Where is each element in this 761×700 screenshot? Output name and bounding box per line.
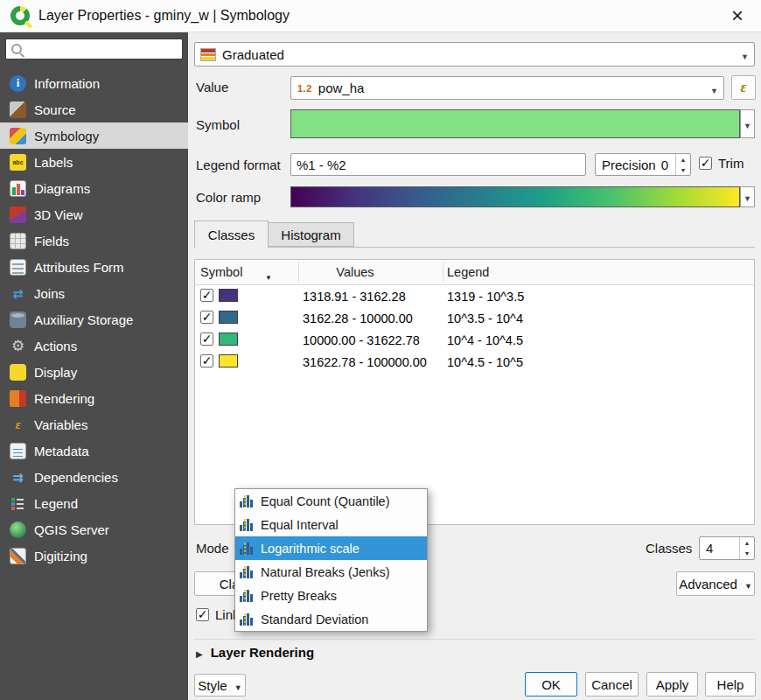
- legend-format-input[interactable]: [290, 153, 586, 176]
- spin-down-icon[interactable]: [676, 164, 690, 175]
- class-color-swatch[interactable]: [219, 354, 238, 368]
- mode-option-natural-breaks-jenks[interactable]: Natural Breaks (Jenks): [235, 560, 427, 584]
- sidebar-item-diagrams[interactable]: Diagrams: [0, 175, 188, 201]
- sidebar-item-label: Fields: [34, 234, 69, 248]
- sidebar-item-3d-view[interactable]: 3D View: [0, 201, 188, 228]
- class-color-swatch[interactable]: [219, 332, 238, 346]
- class-visibility-checkbox[interactable]: [200, 311, 213, 324]
- mode-option-pretty-breaks[interactable]: Pretty Breaks: [235, 584, 427, 607]
- sidebar-item-label: Legend: [34, 496, 78, 511]
- sidebar-item-label: QGIS Server: [34, 522, 109, 537]
- color-ramp-preview[interactable]: [290, 186, 740, 207]
- section-divider: [194, 639, 755, 640]
- class-color-swatch[interactable]: [219, 289, 238, 302]
- spinner-arrows[interactable]: [739, 537, 754, 559]
- information-icon: [10, 75, 26, 92]
- trim-option[interactable]: Trim: [699, 156, 744, 171]
- diagrams-icon: [10, 180, 26, 197]
- sidebar-item-symbology[interactable]: Symbology: [0, 122, 188, 149]
- tab-classes[interactable]: Classes: [194, 220, 269, 248]
- precision-prefix: Precision: [602, 158, 656, 172]
- symbol-dropdown-button[interactable]: [740, 109, 755, 138]
- mode-option-label: Logarithmic scale: [261, 542, 360, 556]
- style-button[interactable]: Style: [194, 674, 246, 696]
- expression-builder-button[interactable]: ε: [731, 75, 756, 100]
- metadata-icon: [10, 443, 26, 459]
- sidebar-item-fields[interactable]: Fields: [0, 228, 188, 254]
- renderer-combobox[interactable]: Graduated: [194, 42, 755, 66]
- sidebar-search-input[interactable]: [5, 38, 183, 60]
- tab-histogram[interactable]: Histogram: [269, 222, 354, 247]
- class-color-swatch[interactable]: [219, 311, 238, 324]
- mode-option-standard-deviation[interactable]: Standard Deviation: [235, 607, 427, 631]
- precision-spinbox[interactable]: Precision 0: [595, 153, 691, 176]
- histogram-icon: [240, 566, 255, 578]
- table-row[interactable]: 10000.00 - 31622.7810^4 - 10^4.5: [195, 329, 754, 351]
- spin-down-icon[interactable]: [740, 549, 754, 560]
- sidebar-item-attributes-form[interactable]: Attributes Form: [0, 254, 188, 280]
- classes-spinbox[interactable]: 4: [699, 536, 755, 560]
- spin-up-icon[interactable]: [740, 537, 754, 549]
- sidebar-item-legend[interactable]: Legend: [0, 490, 188, 516]
- table-header[interactable]: Symbol Values Legend: [195, 260, 754, 285]
- close-button[interactable]: ×: [724, 3, 751, 29]
- mode-option-equal-count-quantile[interactable]: Equal Count (Quantile): [235, 489, 427, 513]
- sidebar-item-labels[interactable]: Labels: [0, 149, 188, 175]
- mode-option-label: Equal Count (Quantile): [261, 494, 390, 508]
- dependencies-icon: [10, 469, 26, 486]
- header-legend[interactable]: Legend: [447, 260, 489, 284]
- sidebar-item-dependencies[interactable]: Dependencies: [0, 464, 188, 490]
- spin-up-icon[interactable]: [676, 154, 690, 164]
- ok-button[interactable]: OK: [525, 672, 577, 696]
- sort-indicator-icon: [265, 269, 272, 283]
- apply-button[interactable]: Apply: [646, 672, 698, 696]
- layer-rendering-section[interactable]: Layer Rendering: [196, 645, 314, 660]
- cancel-button[interactable]: Cancel: [585, 672, 639, 696]
- chevron-down-icon: [234, 678, 242, 693]
- qgis-logo-icon: [10, 6, 30, 25]
- mode-option-label: Equal Interval: [261, 518, 339, 532]
- sidebar-item-qgis-server[interactable]: QGIS Server: [0, 516, 188, 542]
- spinner-arrows[interactable]: [675, 154, 690, 175]
- sidebar-item-label: Source: [34, 102, 76, 117]
- sidebar-item-digitizing[interactable]: Digitizing: [0, 542, 188, 569]
- chevron-down-icon: [741, 47, 749, 62]
- joins-icon: [10, 285, 26, 302]
- collapse-arrow-icon: [196, 645, 203, 660]
- sidebar-item-variables[interactable]: Variables: [0, 411, 188, 438]
- class-visibility-checkbox[interactable]: [200, 289, 213, 302]
- sidebar-item-display[interactable]: Display: [0, 359, 188, 385]
- table-row[interactable]: 1318.91 - 3162.281319 - 10^3.5: [195, 285, 754, 307]
- mode-option-logarithmic-scale[interactable]: Logarithmic scale: [235, 536, 427, 560]
- column-divider: [443, 262, 443, 282]
- sidebar-item-information[interactable]: Information: [0, 70, 188, 96]
- value-field-combobox[interactable]: 1.2 pow_ha: [290, 76, 724, 100]
- color-ramp-dropdown-button[interactable]: [740, 186, 755, 207]
- table-row[interactable]: 31622.78 - 100000.0010^4.5 - 10^5: [195, 351, 754, 373]
- symbol-preview[interactable]: [290, 109, 740, 138]
- mode-option-equal-interval[interactable]: Equal Interval: [235, 513, 427, 536]
- class-visibility-checkbox[interactable]: [200, 332, 213, 346]
- link-classes-checkbox[interactable]: [196, 608, 209, 621]
- header-values[interactable]: Values: [303, 260, 408, 284]
- sidebar-item-actions[interactable]: Actions: [0, 332, 188, 359]
- sidebar-item-metadata[interactable]: Metadata: [0, 438, 188, 464]
- sidebar-item-label: Digitizing: [34, 549, 87, 564]
- help-button[interactable]: Help: [705, 672, 756, 696]
- trim-checkbox[interactable]: [699, 157, 712, 170]
- class-visibility-checkbox[interactable]: [200, 354, 213, 368]
- sidebar-item-label: Variables: [34, 417, 87, 432]
- sidebar-item-rendering[interactable]: Rendering: [0, 385, 188, 411]
- sidebar-item-auxiliary-storage[interactable]: Auxiliary Storage: [0, 306, 188, 332]
- epsilon-icon: ε: [741, 79, 747, 96]
- sidebar-item-source[interactable]: Source: [0, 96, 188, 122]
- color-ramp-label: Color ramp: [196, 190, 261, 205]
- chevron-down-icon: [744, 116, 751, 132]
- sidebar-item-joins[interactable]: Joins: [0, 280, 188, 306]
- advanced-button[interactable]: Advanced: [676, 571, 755, 596]
- table-row[interactable]: 3162.28 - 10000.0010^3.5 - 10^4: [195, 307, 754, 329]
- value-label: Value: [196, 80, 228, 94]
- precision-value: 0: [661, 158, 668, 172]
- header-symbol[interactable]: Symbol: [200, 260, 242, 284]
- mode-option-label: Pretty Breaks: [261, 589, 337, 603]
